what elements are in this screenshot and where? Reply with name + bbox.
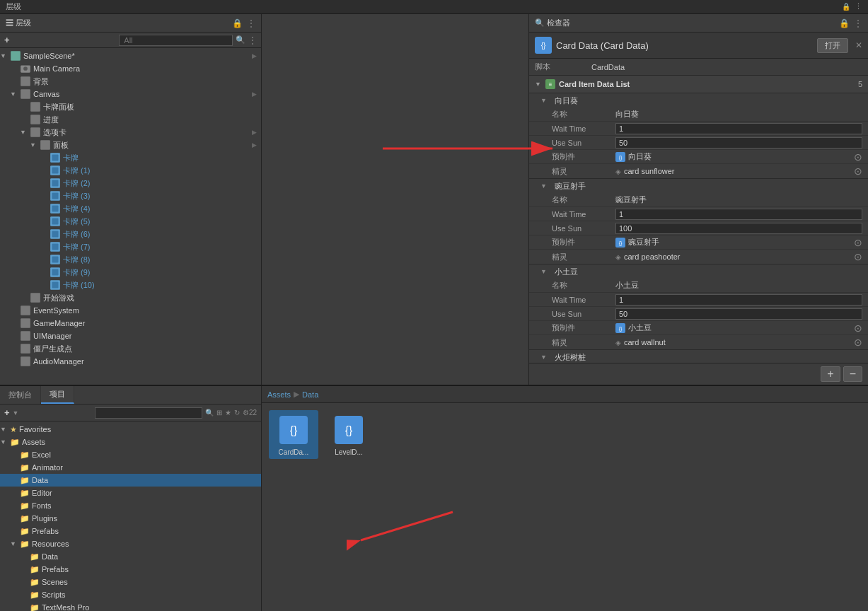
field-input-2-2[interactable] <box>615 308 862 320</box>
field-input-0-2[interactable] <box>615 137 862 149</box>
section-expand-arrow[interactable]: ▼ <box>540 182 552 190</box>
breadcrumb-data[interactable]: Data <box>302 390 318 399</box>
hierarchy-item-card5[interactable]: 卡牌 (5) <box>0 215 261 228</box>
hierarchy-item-eventsystem[interactable]: EventSystem <box>0 304 261 317</box>
tree-expand-arrow[interactable]: ▼ <box>30 141 40 149</box>
prefab-select-dot-0-3[interactable]: ⊙ <box>854 151 862 163</box>
hierarchy-item-startgame[interactable]: 开始游戏 <box>0 291 261 304</box>
svg-rect-8 <box>40 140 50 150</box>
card-section-header-3[interactable]: ▼ 火炬树桩 <box>529 350 868 363</box>
file-tree-item-prefabs[interactable]: 📁Prefabs <box>0 525 261 537</box>
file-tree-item-res_data[interactable]: 📁Data <box>0 550 261 563</box>
tab-console[interactable]: 控制台 <box>0 386 41 404</box>
hierarchy-item-maincamera[interactable]: Main Camera <box>0 62 261 75</box>
hierarchy-more-icon[interactable]: ⋮ <box>247 18 255 28</box>
field-row-2-1: Wait Time <box>529 293 868 307</box>
hierarchy-item-card2[interactable]: 卡牌 (2) <box>0 177 261 190</box>
breadcrumb-assets[interactable]: Assets <box>267 390 291 399</box>
file-tree-arrow[interactable]: ▼ <box>0 438 10 446</box>
hierarchy-item-zombie[interactable]: 僵尸生成点 <box>0 342 261 355</box>
card-section-header-0[interactable]: ▼ 向日葵 <box>529 93 868 107</box>
hierarchy-item-card6[interactable]: 卡牌 (6) <box>0 228 261 240</box>
hierarchy-item-progress[interactable]: 进度 <box>0 113 261 126</box>
file-tree-item-editor[interactable]: 📁Editor <box>0 487 261 499</box>
add-asset-button[interactable]: + <box>4 407 10 418</box>
file-tree-item-favorites[interactable]: ▼★Favorites <box>0 423 261 436</box>
inspector-more-icon[interactable]: ⋮ <box>854 18 862 28</box>
file-tree-item-res_prefabs[interactable]: 📁Prefabs <box>0 563 261 576</box>
asset-item-leveldata[interactable]: {} LevelD... <box>324 410 374 459</box>
file-tree-item-animator[interactable]: 📁Animator <box>0 461 261 474</box>
remove-element-btn[interactable]: − <box>843 366 862 382</box>
hierarchy-item-card3[interactable]: 卡牌 (3) <box>0 190 261 202</box>
hierarchy-item-canvas[interactable]: ▼ Canvas▶ <box>0 88 261 100</box>
hierarchy-search-input[interactable] <box>119 35 233 46</box>
cube-icon <box>50 203 61 214</box>
sprite-select-dot-2-4[interactable]: ⊙ <box>854 337 862 348</box>
card-section-header-2[interactable]: ▼ 小土豆 <box>529 264 868 279</box>
asset-item-carddata[interactable]: {} CardDa... <box>269 410 318 459</box>
hierarchy-item-cardpanel[interactable]: 卡牌面板 <box>0 100 261 113</box>
add-element-btn[interactable]: + <box>821 366 840 382</box>
hierarchy-item-card7[interactable]: 卡牌 (7) <box>0 240 261 253</box>
prefab-select-dot-2-3[interactable]: ⊙ <box>854 322 862 334</box>
field-input-0-1[interactable] <box>615 123 862 134</box>
hierarchy-item-samplescene[interactable]: ▼ SampleScene*▶ <box>0 50 261 62</box>
hierarchy-item-selectcard[interactable]: ▼ 选项卡▶ <box>0 126 261 139</box>
hierarchy-item-card9[interactable]: 卡牌 (9) <box>0 266 261 279</box>
file-tree-arrow[interactable]: ▼ <box>0 426 10 433</box>
file-tree-item-fonts[interactable]: 📁Fonts <box>0 499 261 512</box>
cube-icon <box>50 228 61 240</box>
file-tree-item-scripts[interactable]: 📁Scripts <box>0 588 261 601</box>
inspector-lock-icon[interactable]: 🔒 <box>839 18 850 28</box>
project-search-input[interactable] <box>95 407 202 419</box>
hierarchy-item-card1[interactable]: 卡牌 (1) <box>0 164 261 177</box>
add-hierarchy-button[interactable]: + <box>4 35 10 45</box>
scene-icon <box>10 50 21 62</box>
tab-project[interactable]: 项目 <box>41 386 74 404</box>
svg-rect-16 <box>52 192 58 199</box>
hierarchy-item-card8[interactable]: 卡牌 (8) <box>0 253 261 266</box>
section-expand-arrow[interactable]: ▼ <box>540 97 552 104</box>
hierarchy-item-bg[interactable]: 背景 <box>0 75 261 88</box>
field-label-0-4: 精灵 <box>552 166 615 177</box>
prefab-select-dot-1-3[interactable]: ⊙ <box>854 237 862 248</box>
file-tree-item-resources[interactable]: ▼📁Resources <box>0 537 261 550</box>
project-fav-icon[interactable]: ★ <box>225 409 231 417</box>
hierarchy-lock-icon[interactable]: 🔒 <box>232 18 243 28</box>
hierarchy-item-card4[interactable]: 卡牌 (4) <box>0 202 261 215</box>
component-expand-arrow[interactable]: ▼ <box>535 81 542 88</box>
section-expand-arrow[interactable]: ▼ <box>540 354 552 361</box>
inspector-open-btn[interactable]: 打开 <box>817 38 848 53</box>
tree-item-label: 卡牌 (3) <box>63 191 91 202</box>
file-tree-item-data[interactable]: 📁Data <box>0 474 261 487</box>
inspector-obj-icon: {} <box>535 37 552 54</box>
hierarchy-item-panel[interactable]: ▼ 面板▶ <box>0 139 261 151</box>
hierarchy-item-card0[interactable]: 卡牌 <box>0 151 261 164</box>
file-tree-item-plugins[interactable]: 📁Plugins <box>0 512 261 525</box>
file-tree-item-scenes[interactable]: 📁Scenes <box>0 576 261 588</box>
section-expand-arrow[interactable]: ▼ <box>540 268 552 275</box>
project-refresh-icon[interactable]: ↻ <box>234 409 240 417</box>
file-tree-item-textmesh[interactable]: 📁TextMesh Pro <box>0 601 261 611</box>
file-tree-item-assets[interactable]: ▼📁Assets <box>0 436 261 448</box>
tree-expand-arrow[interactable]: ▼ <box>0 52 10 59</box>
hierarchy-item-uimanager[interactable]: UIManager <box>0 330 261 342</box>
project-grid-icon[interactable]: ⊞ <box>216 409 222 417</box>
sprite-select-dot-0-4[interactable]: ⊙ <box>854 165 862 177</box>
hierarchy-item-gamemanager[interactable]: GameManager <box>0 317 261 330</box>
more-icon[interactable]: ⋮ <box>855 2 862 11</box>
file-tree-item-excel[interactable]: 📁Excel <box>0 448 261 461</box>
tree-expand-arrow[interactable]: ▼ <box>10 91 20 98</box>
file-tree-arrow[interactable]: ▼ <box>10 540 20 547</box>
sprite-select-dot-1-4[interactable]: ⊙ <box>854 251 862 262</box>
hierarchy-item-card10[interactable]: 卡牌 (10) <box>0 279 261 291</box>
field-input-1-2[interactable] <box>615 223 862 234</box>
field-input-1-1[interactable] <box>615 209 862 220</box>
card-section-header-1[interactable]: ▼ 豌豆射手 <box>529 179 868 193</box>
inspector-close-icon[interactable]: ✕ <box>855 40 862 50</box>
field-input-2-1[interactable] <box>615 294 862 306</box>
hierarchy-options-icon[interactable]: ⋮ <box>248 35 257 45</box>
hierarchy-item-audiomanager[interactable]: AudioManager <box>0 355 261 368</box>
tree-expand-arrow[interactable]: ▼ <box>20 129 30 136</box>
